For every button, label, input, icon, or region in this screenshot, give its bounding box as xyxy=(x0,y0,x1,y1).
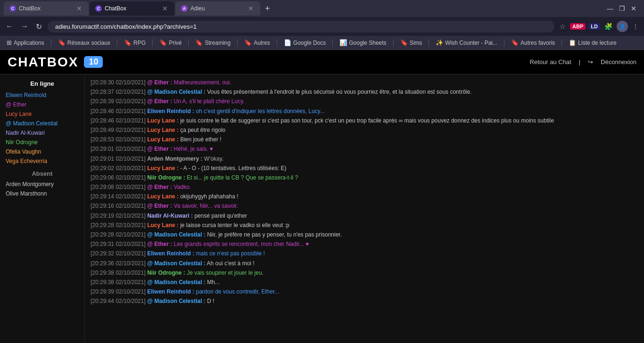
bookmark-gsheets-label: Google Sheets xyxy=(349,40,386,46)
deconnexion-link[interactable]: Déconnexion xyxy=(601,58,636,65)
apps-icon: ⊞ xyxy=(7,39,12,46)
extensions-icon[interactable]: 🧩 xyxy=(603,21,614,32)
bookmark-gsheets[interactable]: 📊 Google Sheets xyxy=(337,38,389,47)
ext-ld-badge[interactable]: LD xyxy=(588,23,600,30)
tab-chatbox-1[interactable]: C ChatBox ✕ xyxy=(4,1,89,16)
bookmark-gdocs[interactable]: 📄 Google Docs xyxy=(281,38,329,47)
minimize-button[interactable]: — xyxy=(607,5,613,12)
sidebar-user-lucy: Lucy Lane xyxy=(4,110,81,118)
bookmark-applications[interactable]: ⊞ Applications xyxy=(4,38,47,47)
bookmark-wish[interactable]: ✨ Wish Counter - Pai... xyxy=(433,38,500,47)
menu-icon[interactable]: ⋮ xyxy=(631,21,640,32)
app-container: CHATBOX 10 Retour au Chat | ↪ Déconnexio… xyxy=(0,50,644,343)
message-3: [20:28:39 02/10/2021] @ Ether : Un A, s'… xyxy=(91,97,638,106)
msg-sender-23: Eliwen Reinhold : xyxy=(147,288,194,295)
msg-text-15: pensé pareil qu'ether xyxy=(194,212,247,219)
bookmark-prive[interactable]: 🔖 Privé xyxy=(157,38,184,47)
tab-close-3[interactable]: ✕ xyxy=(247,4,255,13)
message-4: [20:28:46 02/10/2021] Eliwen Reinhold : … xyxy=(91,107,638,116)
bookmark-separator-9 xyxy=(429,39,429,47)
msg-sender-22: @ Madison Celestial : xyxy=(147,279,206,286)
sidebar-user-madison: @ Madison Celestial xyxy=(4,119,81,128)
msg-time-1: [20:28:30 02/10/2021] xyxy=(91,79,146,86)
profile-avatar[interactable]: 👤 xyxy=(617,21,628,32)
gsheets-icon: 📊 xyxy=(339,39,347,46)
forward-button[interactable]: → xyxy=(19,20,30,33)
msg-time-6: [20:28:49 02/10/2021] xyxy=(91,127,146,133)
tab-chatbox-2[interactable]: C ChatBox ✕ xyxy=(90,1,174,16)
bookmark-separator-3 xyxy=(152,39,153,47)
msg-sender-15: Nadir Al-Kuwari : xyxy=(147,212,193,219)
window-controls: — ❐ ✕ xyxy=(607,5,640,12)
msg-text-16: je laisse cursa tenter le vadko si elle … xyxy=(180,222,289,229)
msg-time-5: [20:28:46 02/10/2021] xyxy=(91,117,146,124)
tab-close-1[interactable]: ✕ xyxy=(75,4,83,13)
sims-icon: 🔖 xyxy=(400,39,408,46)
bookmark-separator-7 xyxy=(332,39,333,47)
reseaux-icon: 🔖 xyxy=(58,39,66,46)
msg-text-24: D ! xyxy=(207,298,214,304)
message-12: [20:29:08 02/10/2021] @ Ether : Vadko. xyxy=(91,183,638,192)
bookmark-separator-4 xyxy=(188,39,189,47)
liste-lecture-icon: 📋 xyxy=(569,39,576,46)
msg-text-13: okijuhygyh pfahahaha ! xyxy=(180,193,238,200)
header-separator: | xyxy=(579,58,580,65)
url-input[interactable] xyxy=(48,21,554,33)
message-6: [20:28:49 02/10/2021] Lucy Lane : ça peu… xyxy=(91,126,638,135)
bookmark-autres-favoris[interactable]: 🔖 Autres favoris xyxy=(508,38,558,47)
msg-text-10: - A - O - (10 tentatives. Lettres utilis… xyxy=(180,165,286,172)
msg-text-19: mais ce n'est pas possible ! xyxy=(196,250,264,257)
tab-close-2[interactable]: ✕ xyxy=(161,4,169,13)
rpg-icon: 🔖 xyxy=(124,39,132,46)
message-10: [20:29:02 02/10/2021] Lucy Lane : - A - … xyxy=(91,164,638,173)
msg-time-16: [20:29:28 02/10/2021] xyxy=(91,222,146,229)
tab-favicon-1: C xyxy=(9,5,16,12)
bookmark-liste-lecture[interactable]: 📋 Liste de lecture xyxy=(566,38,619,47)
maximize-button[interactable]: ❐ xyxy=(619,5,625,12)
bookmark-autres[interactable]: 🔖 Autres xyxy=(241,38,273,47)
msg-sender-12: @ Ether : xyxy=(147,184,172,190)
refresh-button[interactable]: ↻ xyxy=(34,20,44,33)
msg-sender-11: Niir Odrogne : xyxy=(147,174,185,181)
bookmark-autres-favoris-label: Autres favoris xyxy=(520,40,555,46)
adblock-badge[interactable]: ABP xyxy=(570,23,586,30)
close-button[interactable]: ✕ xyxy=(631,5,636,12)
sidebar-user-eliwen: Eliwen Reinhold xyxy=(4,91,81,99)
tab-title-1: ChatBox xyxy=(19,5,73,12)
bookmark-star-icon[interactable]: ☆ xyxy=(558,21,567,32)
new-tab-button[interactable]: + xyxy=(261,2,274,16)
msg-text-7: Bien joué ether ! xyxy=(180,136,221,143)
msg-sender-19: Eliwen Reinhold : xyxy=(147,250,194,257)
message-18: [20:29:31 02/10/2021] @ Ether : Les gran… xyxy=(91,240,638,249)
msg-text-21: Je vais soupirer et jouer le jeu. xyxy=(187,270,264,276)
msg-sender-13: Lucy Lane : xyxy=(147,193,179,200)
msg-text-5: je suis contre le fait de suggerer si c'… xyxy=(180,117,554,124)
back-button[interactable]: ← xyxy=(4,20,15,33)
msg-time-9: [20:29:01 02/10/2021] xyxy=(91,155,146,162)
msg-time-14: [20:29:16 02/10/2021] xyxy=(91,203,146,209)
bookmark-reseaux[interactable]: 🔖 Réseaux sociaux xyxy=(55,38,113,47)
msg-time-19: [20:29:32 02/10/2021] xyxy=(91,250,146,257)
msg-time-10: [20:29:02 02/10/2021] xyxy=(91,165,146,172)
msg-time-7: [20:28:53 02/10/2021] xyxy=(91,136,146,143)
message-16: [20:29:28 02/10/2021] Lucy Lane : je lai… xyxy=(91,221,638,230)
online-section-title: En ligne xyxy=(4,80,81,87)
msg-sender-9: Arden Montgomery : xyxy=(147,155,202,162)
msg-text-11: Et si... je quitte la CB ? Que se passer… xyxy=(187,174,298,181)
tab-adieu[interactable]: A Adieu ✕ xyxy=(175,1,260,16)
msg-text-20: Ah oui c'est à moi ! xyxy=(207,260,255,267)
msg-text-17: Niir, je préfère ne pas y penser, tu n'e… xyxy=(207,231,342,238)
msg-time-22: [20:29:38 02/10/2021] xyxy=(91,279,146,286)
message-20: [20:29:36 02/10/2021] @ Madison Celestia… xyxy=(91,259,638,268)
msg-text-18: Les grands esprits se rencontrent, mon c… xyxy=(174,241,309,247)
bookmark-applications-label: Applications xyxy=(14,40,44,46)
bookmark-sims[interactable]: 🔖 Sims xyxy=(397,38,425,47)
chat-area[interactable]: [20:28:30 02/10/2021] @ Ether : Malheure… xyxy=(85,74,644,343)
msg-sender-2: @ Madison Celestial : xyxy=(147,89,206,95)
msg-time-23: [20:29:39 02/10/2021] xyxy=(91,288,146,295)
retour-chat-link[interactable]: Retour au Chat xyxy=(530,58,571,65)
bookmark-rpg[interactable]: 🔖 RPG xyxy=(121,38,149,47)
bookmark-streaming[interactable]: 🔖 Streaming xyxy=(192,38,233,47)
msg-text-8: Héhé, je sais. ♥ xyxy=(174,146,213,152)
bookmark-prive-label: Privé xyxy=(169,40,182,46)
